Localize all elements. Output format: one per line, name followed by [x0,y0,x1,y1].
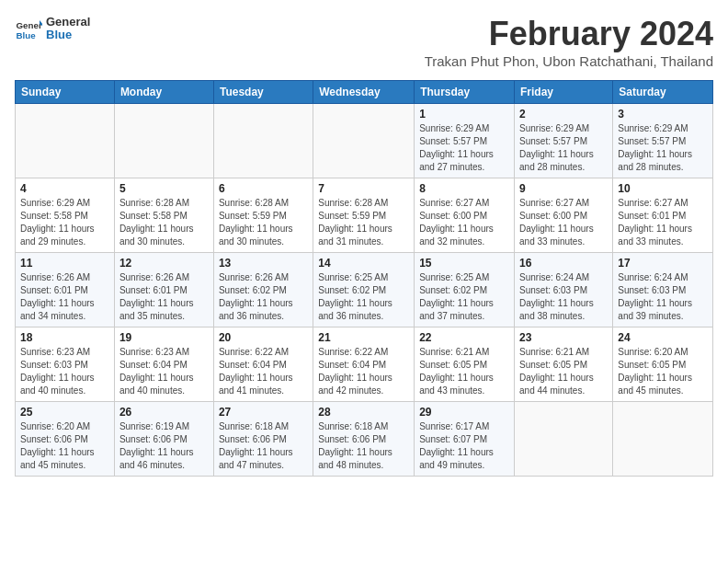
day-info: Sunrise: 6:29 AM Sunset: 5:57 PM Dayligh… [618,122,708,174]
calendar-cell: 13Sunrise: 6:26 AM Sunset: 6:02 PM Dayli… [213,253,313,327]
calendar-cell: 21Sunrise: 6:22 AM Sunset: 6:04 PM Dayli… [313,327,415,402]
day-info: Sunrise: 6:28 AM Sunset: 5:59 PM Dayligh… [318,197,409,248]
calendar-cell [613,402,713,477]
day-number: 26 [119,406,209,419]
day-number: 16 [519,257,608,270]
calendar-cell: 28Sunrise: 6:18 AM Sunset: 6:06 PM Dayli… [313,402,415,477]
day-info: Sunrise: 6:20 AM Sunset: 6:05 PM Dayligh… [618,346,708,397]
day-info: Sunrise: 6:21 AM Sunset: 6:05 PM Dayligh… [419,346,509,397]
day-number: 17 [618,257,708,270]
day-info: Sunrise: 6:24 AM Sunset: 6:03 PM Dayligh… [519,271,608,323]
weekday-header-sunday: Sunday [16,81,115,104]
day-number: 21 [318,331,409,344]
day-number: 14 [318,257,409,270]
calendar-cell [313,104,415,178]
calendar-cell: 8Sunrise: 6:27 AM Sunset: 6:00 PM Daylig… [415,178,515,253]
day-info: Sunrise: 6:23 AM Sunset: 6:04 PM Dayligh… [119,346,209,397]
location-title: Trakan Phut Phon, Ubon Ratchathani, Thai… [425,53,713,69]
weekday-header-wednesday: Wednesday [313,81,415,104]
calendar-cell [16,104,115,178]
day-info: Sunrise: 6:26 AM Sunset: 6:01 PM Dayligh… [20,271,109,323]
month-title: February 2024 [425,15,713,53]
day-number: 11 [20,257,109,270]
day-number: 8 [419,182,509,195]
day-number: 25 [20,406,109,419]
day-info: Sunrise: 6:26 AM Sunset: 6:02 PM Dayligh… [219,271,308,323]
day-number: 19 [119,331,209,344]
day-info: Sunrise: 6:24 AM Sunset: 6:03 PM Dayligh… [618,271,708,323]
day-info: Sunrise: 6:28 AM Sunset: 5:59 PM Dayligh… [219,197,308,248]
day-info: Sunrise: 6:25 AM Sunset: 6:02 PM Dayligh… [419,271,509,323]
day-info: Sunrise: 6:27 AM Sunset: 6:01 PM Dayligh… [618,197,708,248]
day-number: 4 [20,182,109,195]
calendar-cell: 1Sunrise: 6:29 AM Sunset: 5:57 PM Daylig… [415,104,515,178]
day-info: Sunrise: 6:28 AM Sunset: 5:58 PM Dayligh… [119,197,209,248]
day-number: 3 [618,108,708,121]
day-info: Sunrise: 6:29 AM Sunset: 5:57 PM Dayligh… [519,122,608,174]
logo: General Blue General Blue [15,15,90,42]
calendar-cell: 29Sunrise: 6:17 AM Sunset: 6:07 PM Dayli… [415,402,515,477]
day-info: Sunrise: 6:17 AM Sunset: 6:07 PM Dayligh… [419,420,509,472]
day-number: 12 [119,257,209,270]
calendar-cell: 9Sunrise: 6:27 AM Sunset: 6:00 PM Daylig… [515,178,613,253]
svg-text:General: General [17,20,43,30]
calendar-week-row: 4Sunrise: 6:29 AM Sunset: 5:58 PM Daylig… [16,178,713,253]
calendar-cell: 10Sunrise: 6:27 AM Sunset: 6:01 PM Dayli… [613,178,713,253]
day-info: Sunrise: 6:18 AM Sunset: 6:06 PM Dayligh… [318,420,409,472]
day-number: 10 [618,182,708,195]
calendar-cell [114,104,213,178]
calendar-week-row: 25Sunrise: 6:20 AM Sunset: 6:06 PM Dayli… [16,402,713,477]
calendar-cell: 19Sunrise: 6:23 AM Sunset: 6:04 PM Dayli… [114,327,213,402]
calendar-cell: 14Sunrise: 6:25 AM Sunset: 6:02 PM Dayli… [313,253,415,327]
day-number: 15 [419,257,509,270]
weekday-header-row: SundayMondayTuesdayWednesdayThursdayFrid… [16,81,713,104]
day-number: 24 [618,331,708,344]
day-number: 18 [20,331,109,344]
day-info: Sunrise: 6:25 AM Sunset: 6:02 PM Dayligh… [318,271,409,323]
calendar-week-row: 18Sunrise: 6:23 AM Sunset: 6:03 PM Dayli… [16,327,713,402]
day-info: Sunrise: 6:29 AM Sunset: 5:58 PM Dayligh… [20,197,109,248]
weekday-header-monday: Monday [114,81,213,104]
calendar-cell: 16Sunrise: 6:24 AM Sunset: 6:03 PM Dayli… [515,253,613,327]
calendar-cell: 26Sunrise: 6:19 AM Sunset: 6:06 PM Dayli… [114,402,213,477]
day-number: 28 [318,406,409,419]
day-number: 6 [219,182,308,195]
calendar-cell: 15Sunrise: 6:25 AM Sunset: 6:02 PM Dayli… [415,253,515,327]
day-info: Sunrise: 6:26 AM Sunset: 6:01 PM Dayligh… [119,271,209,323]
calendar-cell [213,104,313,178]
day-number: 5 [119,182,209,195]
calendar-week-row: 1Sunrise: 6:29 AM Sunset: 5:57 PM Daylig… [16,104,713,178]
calendar-cell [515,402,613,477]
calendar-cell: 5Sunrise: 6:28 AM Sunset: 5:58 PM Daylig… [114,178,213,253]
calendar-cell: 22Sunrise: 6:21 AM Sunset: 6:05 PM Dayli… [415,327,515,402]
calendar-cell: 2Sunrise: 6:29 AM Sunset: 5:57 PM Daylig… [515,104,613,178]
calendar-cell: 18Sunrise: 6:23 AM Sunset: 6:03 PM Dayli… [16,327,115,402]
calendar-cell: 6Sunrise: 6:28 AM Sunset: 5:59 PM Daylig… [213,178,313,253]
calendar-cell: 12Sunrise: 6:26 AM Sunset: 6:01 PM Dayli… [114,253,213,327]
weekday-header-saturday: Saturday [613,81,713,104]
day-info: Sunrise: 6:29 AM Sunset: 5:57 PM Dayligh… [419,122,509,174]
day-info: Sunrise: 6:22 AM Sunset: 6:04 PM Dayligh… [318,346,409,397]
weekday-header-friday: Friday [515,81,613,104]
calendar-cell: 3Sunrise: 6:29 AM Sunset: 5:57 PM Daylig… [613,104,713,178]
calendar-cell: 11Sunrise: 6:26 AM Sunset: 6:01 PM Dayli… [16,253,115,327]
day-info: Sunrise: 6:18 AM Sunset: 6:06 PM Dayligh… [219,420,308,472]
calendar-table: SundayMondayTuesdayWednesdayThursdayFrid… [15,80,713,477]
day-number: 22 [419,331,509,344]
day-info: Sunrise: 6:21 AM Sunset: 6:05 PM Dayligh… [519,346,608,397]
logo-icon: General Blue [15,15,42,42]
calendar-cell: 27Sunrise: 6:18 AM Sunset: 6:06 PM Dayli… [213,402,313,477]
day-number: 2 [519,108,608,121]
day-info: Sunrise: 6:23 AM Sunset: 6:03 PM Dayligh… [20,346,109,397]
calendar-cell: 20Sunrise: 6:22 AM Sunset: 6:04 PM Dayli… [213,327,313,402]
logo-blue: Blue [46,29,90,41]
page-header: General Blue General Blue February 2024 … [15,15,713,76]
calendar-cell: 4Sunrise: 6:29 AM Sunset: 5:58 PM Daylig… [16,178,115,253]
calendar-cell: 23Sunrise: 6:21 AM Sunset: 6:05 PM Dayli… [515,327,613,402]
day-info: Sunrise: 6:22 AM Sunset: 6:04 PM Dayligh… [219,346,308,397]
logo-general: General [46,16,90,29]
title-block: February 2024 Trakan Phut Phon, Ubon Rat… [425,15,713,76]
day-info: Sunrise: 6:27 AM Sunset: 6:00 PM Dayligh… [519,197,608,248]
calendar-week-row: 11Sunrise: 6:26 AM Sunset: 6:01 PM Dayli… [16,253,713,327]
day-number: 27 [219,406,308,419]
